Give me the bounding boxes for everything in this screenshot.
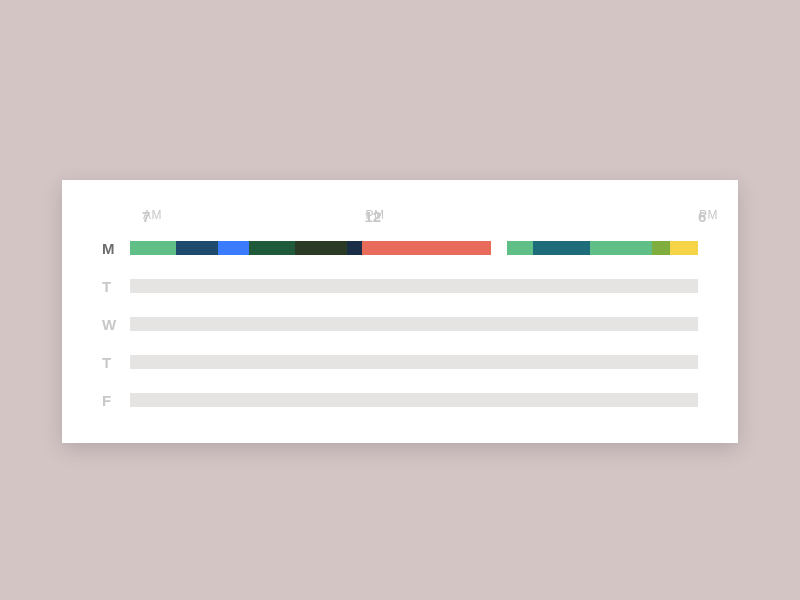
axis-end-mer: PM	[699, 208, 718, 222]
day-row: M	[102, 240, 698, 256]
day-track[interactable]	[130, 241, 698, 255]
day-row: W	[102, 316, 698, 332]
day-label: T	[102, 354, 130, 371]
timeline-segment[interactable]	[670, 241, 698, 255]
day-label: T	[102, 278, 130, 295]
timeline-segment[interactable]	[507, 241, 533, 255]
timeline-segment[interactable]	[130, 355, 698, 369]
timeline-segment[interactable]	[249, 241, 295, 255]
day-label: M	[102, 240, 130, 257]
schedule-card: 7AM 12PM 6PM MTWTF	[62, 180, 738, 443]
day-label: F	[102, 392, 130, 409]
timeline-segment[interactable]	[130, 393, 698, 407]
day-track[interactable]	[130, 317, 698, 331]
axis-start-mer: AM	[143, 208, 162, 222]
axis-mid-mer: PM	[365, 208, 384, 222]
timeline-segment[interactable]	[176, 241, 217, 255]
timeline-segment[interactable]	[533, 241, 590, 255]
day-track[interactable]	[130, 393, 698, 407]
timeline-segment[interactable]	[362, 241, 491, 255]
timeline-segment[interactable]	[130, 317, 698, 331]
timeline-segment[interactable]	[295, 241, 347, 255]
day-track[interactable]	[130, 355, 698, 369]
timeline-segment[interactable]	[347, 241, 362, 255]
timeline-segment[interactable]	[652, 241, 670, 255]
day-row: T	[102, 354, 698, 370]
day-label: W	[102, 316, 130, 333]
day-row: F	[102, 392, 698, 408]
timeline-segment[interactable]	[130, 241, 176, 255]
time-axis: 7AM 12PM 6PM	[142, 208, 698, 230]
day-row: T	[102, 278, 698, 294]
timeline-segment[interactable]	[218, 241, 249, 255]
day-track[interactable]	[130, 279, 698, 293]
timeline-segment[interactable]	[130, 279, 698, 293]
timeline-segment[interactable]	[590, 241, 652, 255]
